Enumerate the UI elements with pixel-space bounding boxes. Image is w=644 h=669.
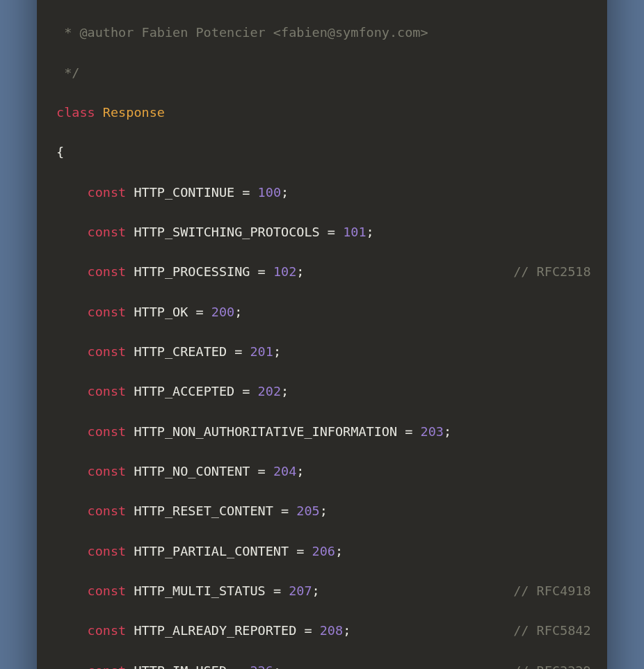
const-name: HTTP_CREATED — [134, 344, 227, 359]
keyword-const: const — [88, 623, 127, 638]
rfc-comment: // RFC2518 — [513, 264, 590, 279]
const-name: HTTP_NO_CONTENT — [134, 464, 250, 478]
keyword-const: const — [88, 663, 127, 669]
const-line: const HTTP_NON_AUTHORITATIVE_INFORMATION… — [56, 422, 588, 442]
keyword-const: const — [88, 344, 127, 359]
const-line: const HTTP_OK = 200; — [56, 303, 588, 323]
keyword-const: const — [88, 464, 127, 478]
docblock-line: * @author Fabien Potencier <fabien@symfo… — [56, 23, 588, 43]
const-line: const HTTP_CREATED = 201; — [56, 342, 588, 362]
keyword-const: const — [88, 583, 127, 598]
equals: = — [227, 344, 250, 359]
const-value: 102 — [273, 264, 296, 279]
semicolon: ; — [343, 623, 351, 638]
const-name: HTTP_SWITCHING_PROTOCOLS — [134, 225, 319, 239]
semicolon: ; — [312, 583, 320, 598]
const-name: HTTP_CONTINUE — [134, 185, 234, 200]
rfc-comment: // RFC3229 — [513, 663, 590, 669]
rfc-comment: // RFC4918 — [513, 583, 590, 598]
const-line: const HTTP_ALREADY_REPORTED = 208; // RF… — [56, 621, 588, 641]
const-value: 206 — [312, 544, 335, 558]
equals: = — [273, 503, 296, 518]
keyword-const: const — [88, 264, 127, 279]
docblock-line: */ — [56, 63, 588, 83]
class-name: Response — [103, 105, 165, 120]
equals: = — [227, 663, 250, 669]
const-name: HTTP_ALREADY_REPORTED — [134, 623, 296, 638]
const-name: HTTP_PARTIAL_CONTENT — [134, 544, 289, 558]
equals: = — [266, 583, 289, 598]
semicolon: ; — [273, 663, 281, 669]
semicolon: ; — [367, 225, 374, 239]
const-name: HTTP_MULTI_STATUS — [134, 583, 265, 598]
equals: = — [234, 384, 257, 398]
equals: = — [397, 424, 420, 439]
class-decl: class Response — [56, 103, 588, 123]
const-value: 101 — [343, 225, 366, 239]
keyword-const: const — [88, 503, 127, 518]
keyword-const: const — [88, 225, 127, 239]
const-value: 202 — [258, 384, 281, 398]
const-line: const HTTP_RESET_CONTENT = 205; — [56, 501, 588, 522]
keyword-const: const — [88, 544, 127, 558]
const-line: const HTTP_NO_CONTENT = 204; — [56, 462, 588, 482]
equals: = — [250, 464, 273, 478]
equals: = — [234, 185, 257, 200]
semicolon: ; — [444, 424, 451, 439]
const-name: HTTP_ACCEPTED — [134, 384, 234, 398]
equals: = — [250, 264, 273, 279]
const-line: const HTTP_PARTIAL_CONTENT = 206; — [56, 542, 588, 562]
const-value: 203 — [421, 424, 444, 439]
const-value: 204 — [273, 464, 296, 478]
semicolon: ; — [281, 384, 289, 398]
semicolon: ; — [281, 185, 289, 200]
equals: = — [320, 225, 343, 239]
const-line: const HTTP_PROCESSING = 102; // RFC2518 — [56, 262, 588, 282]
const-value: 100 — [258, 185, 281, 200]
const-value: 208 — [320, 623, 343, 638]
equals: = — [188, 305, 211, 319]
semicolon: ; — [273, 344, 281, 359]
rfc-comment: // RFC5842 — [513, 623, 590, 638]
const-line: const HTTP_IM_USED = 226; // RFC3229 — [56, 661, 588, 669]
keyword-const: const — [88, 185, 127, 200]
const-line: const HTTP_ACCEPTED = 202; — [56, 382, 588, 402]
equals: = — [289, 544, 312, 558]
const-value: 207 — [289, 583, 312, 598]
const-name: HTTP_NON_AUTHORITATIVE_INFORMATION — [134, 424, 397, 439]
brace-open: { — [56, 143, 588, 163]
const-value: 226 — [250, 663, 273, 669]
semicolon: ; — [320, 503, 328, 518]
const-line: const HTTP_CONTINUE = 100; — [56, 183, 588, 203]
code-window: /** * Response represents an HTTP respon… — [37, 0, 607, 669]
keyword-class: class — [56, 105, 95, 120]
const-line: const HTTP_MULTI_STATUS = 207; // RFC491… — [56, 581, 588, 602]
semicolon: ; — [296, 464, 304, 478]
semicolon: ; — [296, 264, 304, 279]
const-name: HTTP_RESET_CONTENT — [134, 503, 273, 518]
keyword-const: const — [88, 384, 127, 398]
keyword-const: const — [88, 305, 127, 319]
const-name: HTTP_OK — [134, 305, 188, 319]
semicolon: ; — [335, 544, 343, 558]
semicolon: ; — [234, 305, 242, 319]
const-value: 200 — [211, 305, 234, 319]
const-line: const HTTP_SWITCHING_PROTOCOLS = 101; — [56, 223, 588, 243]
const-value: 205 — [296, 503, 319, 518]
docblock-line: * — [56, 0, 588, 3]
equals: = — [296, 623, 319, 638]
keyword-const: const — [88, 424, 127, 439]
const-name: HTTP_IM_USED — [134, 663, 227, 669]
code-area: /** * Response represents an HTTP respon… — [37, 0, 607, 669]
const-name: HTTP_PROCESSING — [134, 264, 250, 279]
const-value: 201 — [250, 344, 273, 359]
